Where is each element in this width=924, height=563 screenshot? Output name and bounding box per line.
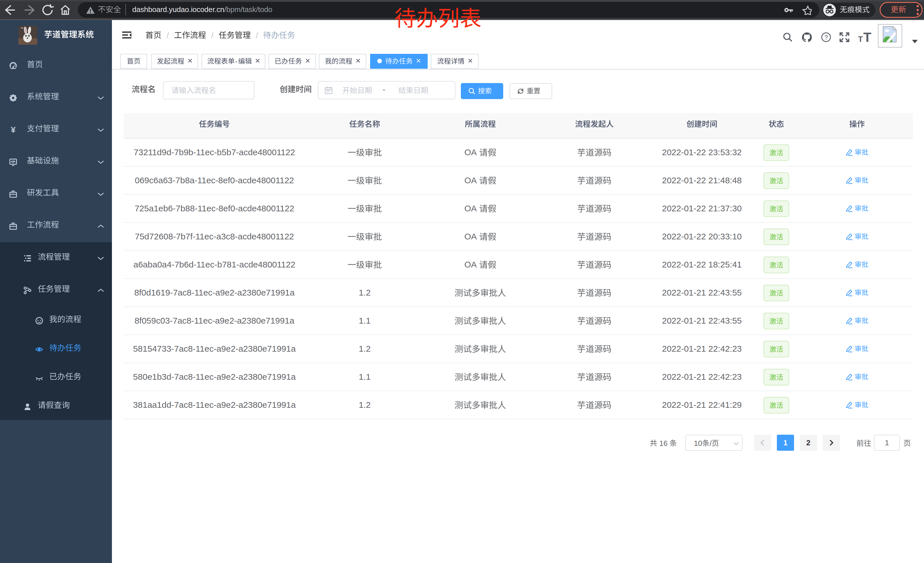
svg-text:?: ?	[824, 34, 828, 41]
svg-text:T: T	[858, 35, 863, 43]
svg-text:T: T	[863, 30, 872, 43]
svg-text:¥: ¥	[11, 125, 16, 134]
